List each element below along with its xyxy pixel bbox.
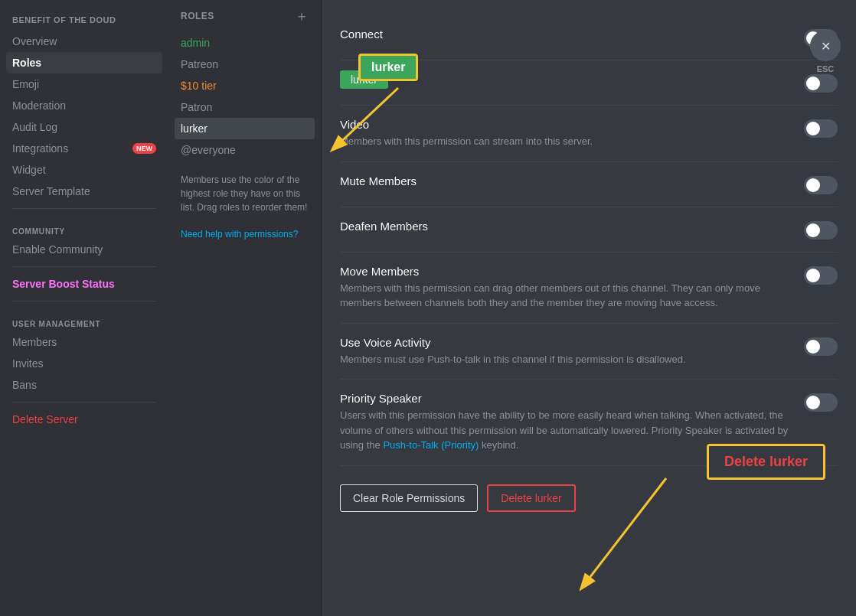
toggle-move-members[interactable] (804, 266, 838, 285)
delete-annotation-text: Delete lurker (724, 454, 808, 469)
roles-info: Members use the color of the highest rol… (168, 161, 321, 227)
sidebar-label-emoji: Emoji (12, 78, 39, 90)
role-item-admin[interactable]: admin (168, 32, 321, 54)
sidebar-label-invites: Invites (12, 357, 43, 370)
roles-header: ROLES ＋ (168, 9, 321, 32)
roles-add-button[interactable]: ＋ (295, 9, 309, 23)
sidebar-divider-4 (12, 402, 156, 403)
sidebar-label-server-boost: Server Boost Status (12, 278, 115, 290)
sidebar-item-widget[interactable]: Widget (6, 159, 162, 181)
sidebar-divider-1 (12, 208, 156, 209)
lurker-annotation-badge: lurker (358, 54, 418, 81)
role-label-ten-dollar: $10 tier (181, 80, 217, 92)
sidebar-item-integrations[interactable]: Integrations NEW (6, 138, 162, 159)
permission-move-members: Move Members Members with this permissio… (340, 253, 838, 324)
permission-use-voice-activity: Use Voice Activity Members must use Push… (340, 324, 838, 380)
permission-video-desc: Members with this permission can stream … (340, 134, 792, 149)
sidebar-item-emoji[interactable]: Emoji (6, 73, 162, 95)
permission-mute-name: Mute Members (340, 174, 792, 187)
sidebar-item-server-template[interactable]: Server Template (6, 181, 162, 202)
main-content: Connect lurker Video Members with this p… (322, 0, 856, 616)
role-label-admin: admin (181, 37, 210, 49)
permission-connect-info: Connect (340, 28, 804, 44)
sidebar-item-moderation[interactable]: Moderation (6, 95, 162, 116)
delete-annotation-box: Delete lurker (707, 444, 825, 480)
permission-deafen-name: Deafen Members (340, 220, 792, 233)
roles-panel: ROLES ＋ admin Patreon $10 tier Patron lu… (168, 0, 322, 616)
sidebar-item-bans[interactable]: Bans (6, 374, 162, 396)
sidebar-label-integrations: Integrations (12, 142, 68, 155)
toggle-use-voice-activity[interactable] (804, 337, 838, 356)
sidebar-item-roles[interactable]: Roles (6, 52, 162, 73)
permission-video-name: Video (340, 118, 792, 131)
sidebar-label-audit-log: Audit Log (12, 121, 57, 133)
esc-label: ESC (817, 64, 835, 73)
clear-role-permissions-button[interactable]: Clear Role Permissions (340, 484, 478, 512)
sidebar-label-widget: Widget (12, 164, 46, 176)
sidebar-item-members[interactable]: Members (6, 331, 162, 353)
sidebar-divider-2 (12, 266, 156, 267)
permission-priority-name: Priority Speaker (340, 392, 792, 405)
roles-info-text: Members use the color of the highest rol… (181, 174, 307, 213)
community-section-label: COMMUNITY (6, 215, 162, 239)
close-icon: ✕ (821, 39, 831, 54)
role-item-lurker[interactable]: lurker (175, 118, 315, 139)
toggle-lurker-badge[interactable] (804, 74, 838, 93)
role-label-everyone: @everyone (181, 144, 236, 156)
toggle-priority-speaker[interactable] (804, 393, 838, 412)
permission-video-info: Video Members with this permission can s… (340, 118, 804, 149)
roles-title: ROLES (181, 11, 214, 21)
sidebar-label-overview: Overview (12, 35, 57, 47)
permission-deafen-info: Deafen Members (340, 220, 804, 236)
role-item-ten-dollar[interactable]: $10 tier (168, 75, 321, 96)
permission-deafen-members: Deafen Members (340, 207, 838, 253)
permission-move-name: Move Members (340, 265, 792, 278)
server-name: BENEFIT OF THE DOUD (6, 12, 162, 31)
toggle-deafen-members[interactable] (804, 221, 838, 240)
sidebar-label-bans: Bans (12, 379, 37, 391)
role-item-patron[interactable]: Patron (168, 96, 321, 118)
sidebar-label-server-template: Server Template (12, 185, 90, 197)
role-item-patreon[interactable]: Patreon (168, 54, 321, 75)
role-label-patron: Patron (181, 101, 212, 113)
user-management-label: USER MANAGEMENT (6, 308, 162, 331)
toggle-mute-members[interactable] (804, 176, 838, 194)
esc-button[interactable]: ✕ ESC (810, 31, 841, 73)
role-label-patreon: Patreon (181, 58, 218, 70)
sidebar-item-overview[interactable]: Overview (6, 31, 162, 52)
sidebar-label-roles: Roles (12, 57, 41, 69)
permission-voice-desc: Members must use Push-to-talk in this ch… (340, 352, 792, 367)
lurker-annotation-text: lurker (371, 60, 405, 73)
permission-mute-members: Mute Members (340, 162, 838, 207)
permission-video: Video Members with this permission can s… (340, 106, 838, 162)
sidebar-item-server-boost[interactable]: Server Boost Status (6, 273, 162, 295)
sidebar-label-enable-community: Enable Community (12, 243, 103, 256)
push-to-talk-link[interactable]: Push-to-Talk (Priority) (383, 439, 479, 451)
permission-connect-name: Connect (340, 28, 792, 41)
sidebar-item-invites[interactable]: Invites (6, 353, 162, 374)
permission-move-info: Move Members Members with this permissio… (340, 265, 804, 311)
toggle-video[interactable] (804, 119, 838, 138)
permission-mute-info: Mute Members (340, 174, 804, 191)
sidebar-label-moderation: Moderation (12, 99, 66, 112)
permission-voice-name: Use Voice Activity (340, 336, 792, 349)
permission-voice-info: Use Voice Activity Members must use Push… (340, 336, 804, 367)
esc-circle-icon: ✕ (810, 31, 841, 61)
permission-move-desc: Members with this permission can drag ot… (340, 281, 792, 311)
delete-lurker-button[interactable]: Delete lurker (487, 484, 575, 512)
sidebar: BENEFIT OF THE DOUD Overview Roles Emoji… (0, 0, 168, 616)
role-item-everyone[interactable]: @everyone (168, 139, 321, 161)
sidebar-divider-3 (12, 301, 156, 301)
roles-help-link[interactable]: Need help with permissions? (181, 229, 298, 240)
role-label-lurker: lurker (181, 122, 207, 135)
sidebar-item-delete-server[interactable]: Delete Server (6, 409, 162, 430)
integrations-new-badge: NEW (132, 143, 156, 154)
sidebar-item-enable-community[interactable]: Enable Community (6, 239, 162, 260)
sidebar-item-audit-log[interactable]: Audit Log (6, 116, 162, 138)
sidebar-label-delete-server: Delete Server (12, 413, 78, 425)
sidebar-label-members: Members (12, 336, 57, 348)
